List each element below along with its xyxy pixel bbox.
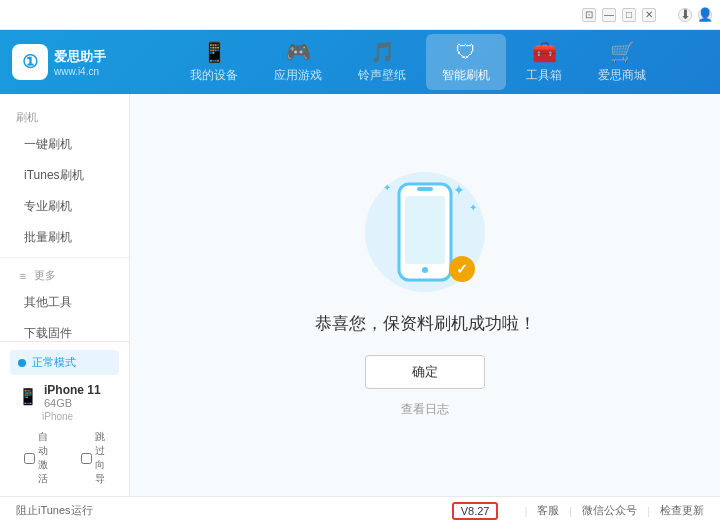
nav-icon-store: 🛒 xyxy=(610,40,635,64)
success-title: 恭喜您，保资料刷机成功啦！ xyxy=(315,312,536,335)
main-content: ✦ ✦ ✦ ✓ 恭喜您，保资料刷机成功啦！ 确定 查看日志 xyxy=(130,94,720,496)
footer-itunes-status: 阻止iTunes运行 xyxy=(16,503,93,518)
mode-indicator xyxy=(18,359,26,367)
auto-activate-input[interactable] xyxy=(24,453,35,464)
sparkle-icon-2: ✦ xyxy=(469,202,477,213)
nav-tab-ringtones[interactable]: 🎵 铃声壁纸 xyxy=(342,34,422,90)
skip-guide-checkbox[interactable]: 跳过向导 xyxy=(71,428,120,488)
minimize-btn[interactable]: — xyxy=(602,8,616,22)
footer: 阻止iTunes运行 V8.27 | 客服 | 微信公众号 | 检查更新 xyxy=(0,496,720,524)
sidebar-item-pro-flash[interactable]: 专业刷机 xyxy=(0,191,129,222)
maximize-btn[interactable]: □ xyxy=(622,8,636,22)
logo-text: 爱思助手 www.i4.cn xyxy=(54,48,106,77)
nav-icon-toolbox: 🧰 xyxy=(532,40,557,64)
sidebar-item-other-tools[interactable]: 其他工具 xyxy=(0,287,129,318)
nav-tab-toolbox[interactable]: 🧰 工具箱 xyxy=(510,34,578,90)
footer-divider-3: | xyxy=(647,505,650,517)
nav-icon-ringtones: 🎵 xyxy=(370,40,395,64)
footer-divider-1: | xyxy=(524,505,527,517)
sparkle-icon-1: ✦ xyxy=(453,182,465,198)
logo-area[interactable]: ① 爱思助手 www.i4.cn xyxy=(12,44,112,80)
log-link[interactable]: 查看日志 xyxy=(401,401,449,418)
section-title-more: ≡ 更多 xyxy=(0,262,129,287)
success-illustration: ✦ ✦ ✦ ✓ xyxy=(365,172,485,292)
sparkle-icon-3: ✦ xyxy=(383,182,391,193)
footer-version[interactable]: V8.27 xyxy=(452,502,499,520)
device-mode: 正常模式 xyxy=(10,350,119,375)
window-controls: ⊡ — □ ✕ ⬇ 👤 xyxy=(582,8,712,22)
device-area: 正常模式 📱 iPhone 11 64GB iPhone 自动激活 跳过向导 xyxy=(0,341,130,496)
svg-point-3 xyxy=(422,267,428,273)
download-btn[interactable]: ⬇ xyxy=(678,8,692,22)
section-title-flash: 刷机 xyxy=(0,104,129,129)
restore-btn[interactable]: ⊡ xyxy=(582,8,596,22)
footer-support-link[interactable]: 客服 xyxy=(537,503,559,518)
svg-rect-1 xyxy=(405,196,445,264)
device-phone-icon: 📱 xyxy=(18,387,38,406)
close-btn[interactable]: ✕ xyxy=(642,8,656,22)
nav-tab-apps-games[interactable]: 🎮 应用游戏 xyxy=(258,34,338,90)
logo-icon: ① xyxy=(12,44,48,80)
sidebar-item-itunes-flash[interactable]: iTunes刷机 xyxy=(0,160,129,191)
confirm-button[interactable]: 确定 xyxy=(365,355,485,389)
check-badge: ✓ xyxy=(449,256,475,282)
auto-activate-checkbox[interactable]: 自动激活 xyxy=(14,428,63,488)
footer-update-link[interactable]: 检查更新 xyxy=(660,503,704,518)
header: ① 爱思助手 www.i4.cn 📱 我的设备 🎮 应用游戏 🎵 铃声壁纸 🛡 … xyxy=(0,30,720,94)
sidebar-divider xyxy=(0,257,129,258)
nav-tab-my-device[interactable]: 📱 我的设备 xyxy=(174,34,254,90)
footer-divider-2: | xyxy=(569,505,572,517)
nav-tab-store[interactable]: 🛒 爱思商城 xyxy=(582,34,662,90)
nav-icon-flash: 🛡 xyxy=(456,41,476,64)
device-info: 📱 iPhone 11 64GB xyxy=(10,381,119,411)
phone-icon xyxy=(395,182,455,282)
sidebar-item-one-click-flash[interactable]: 一键刷机 xyxy=(0,129,129,160)
nav-icon-apps: 🎮 xyxy=(286,40,311,64)
nav-tabs: 📱 我的设备 🎮 应用游戏 🎵 铃声壁纸 🛡 智能刷机 🧰 工具箱 🛒 爱思商城 xyxy=(128,34,708,90)
nav-icon-my-device: 📱 xyxy=(202,40,227,64)
user-btn[interactable]: 👤 xyxy=(698,8,712,22)
title-bar: ⊡ — □ ✕ ⬇ 👤 xyxy=(0,0,720,30)
sidebar-item-batch-flash[interactable]: 批量刷机 xyxy=(0,222,129,253)
footer-wechat-link[interactable]: 微信公众号 xyxy=(582,503,637,518)
nav-tab-smart-flash[interactable]: 🛡 智能刷机 xyxy=(426,34,506,90)
svg-rect-2 xyxy=(417,187,433,191)
skip-guide-input[interactable] xyxy=(81,453,92,464)
